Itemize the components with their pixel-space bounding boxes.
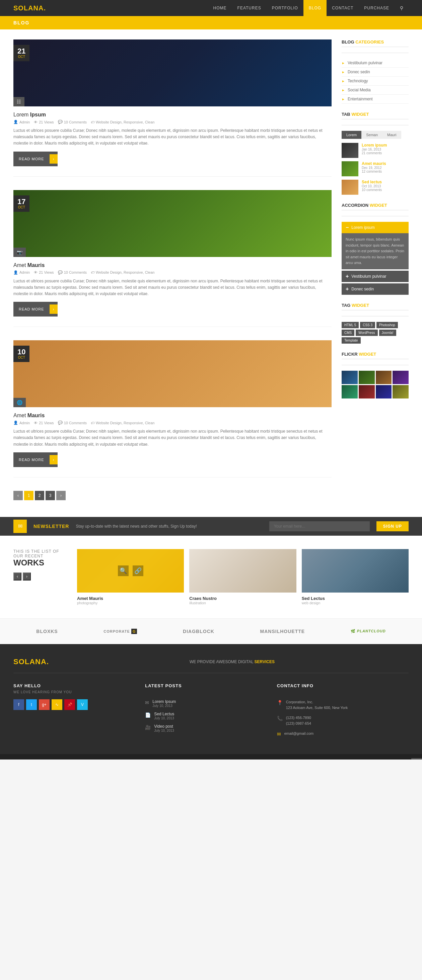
sidebar-flickr-title: FLICKR WIDGET [342, 352, 409, 360]
pinterest-icon[interactable]: 📌 [64, 699, 75, 710]
works-grid: 🔍 🔗 Amet Mauris photography 🔍 🔗 Craes Nu… [77, 549, 409, 605]
tab-item-date-3: Oct 10, 2013 [362, 185, 382, 188]
tab-item-1: Lorem ipsum Jan 16, 2013 21 comments [342, 143, 409, 158]
facebook-icon[interactable]: f [13, 699, 24, 710]
recent-works-section: THIS IS THE LIST OFOUR RECENT WORKS ‹ › … [0, 536, 422, 618]
category-item-4[interactable]: ►Social Media [342, 86, 409, 95]
accordion-header-3[interactable]: + Donec sedin [342, 283, 409, 295]
work-title-1: Amet Mauris [77, 596, 184, 601]
search-overlay-icon-1[interactable]: 🔍 [118, 565, 129, 576]
post-title-bold-3: Mauris [27, 412, 45, 418]
search-overlay-icon-2[interactable]: 🔍 [230, 565, 241, 576]
latest-posts-subtitle [145, 690, 267, 694]
accordion-label-2: Vestibulum pulvinar [351, 274, 386, 279]
back-to-top-btn[interactable]: ↑ [411, 758, 422, 759]
read-more-btn-1[interactable]: READ MORE › [13, 151, 58, 166]
link-overlay-icon-1[interactable]: 🔗 [133, 565, 143, 576]
work-image-3: 🔍 🔗 [302, 549, 409, 593]
newsletter-signup-btn[interactable]: SIGN UP [376, 521, 409, 531]
nav-portfolio[interactable]: PORTFOLIO [267, 0, 304, 16]
category-item-1[interactable]: ►Vestibulum pulvinar [342, 59, 409, 68]
works-prev-btn[interactable]: ‹ [13, 573, 21, 581]
accordion-body-1: Nunc ipsum risus, bibendum quis incidunt… [342, 233, 409, 269]
accordion-label-3: Donec sedin [351, 287, 374, 291]
tag-css3[interactable]: CSS 3 [360, 322, 375, 328]
search-icon[interactable]: ⚲ [395, 5, 409, 11]
email-icon: ✉ [277, 732, 281, 737]
page-3-btn[interactable]: 3 [46, 491, 55, 500]
latest-post-icon-1: ✉ [145, 700, 149, 705]
category-item-3[interactable]: ►Technology [342, 76, 409, 86]
tab-info-1: Lorem ipsum Jan 16, 2013 21 comments [362, 143, 387, 155]
search-overlay-icon-3[interactable]: 🔍 [342, 565, 353, 576]
page-2-btn[interactable]: 2 [35, 491, 44, 500]
flickr-img-5[interactable] [342, 385, 358, 398]
latest-post-3: 🎥 Video post July 10, 2013 [145, 724, 267, 732]
tab-item-title-1: Lorem ipsum [362, 143, 387, 148]
post-title-light-2: Amet [13, 262, 26, 268]
client-bloxks: BLOXKS [36, 629, 58, 634]
contact-info-title: CONTACT INFO [277, 683, 398, 688]
category-item-2[interactable]: ►Donec sedin [342, 68, 409, 76]
link-overlay-icon-3[interactable]: 🔗 [357, 565, 368, 576]
post-day-3: 10 [18, 348, 26, 356]
newsletter-input[interactable] [269, 521, 370, 531]
vimeo-icon[interactable]: V [77, 699, 88, 710]
sidebar-tags: TAG WIDGET HTML 5 CSS 3 Photoshop CMS Wo… [342, 303, 409, 344]
post-tags-1: 🏷 Website Design, Responsive, Clean [91, 120, 154, 124]
flickr-img-8[interactable] [393, 385, 409, 398]
nav-contact[interactable]: CONTACT [326, 0, 359, 16]
read-more-btn-3[interactable]: READ MORE › [13, 452, 58, 467]
twitter-icon[interactable]: t [26, 699, 37, 710]
accordion-header-2[interactable]: + Vestibulum pulvinar [342, 271, 409, 282]
tag-wordpress[interactable]: WordPress [356, 329, 377, 336]
footer-columns: SAY HELLO WE LOVE HEARING FROM YOU f t g… [13, 683, 409, 741]
post-type-icon-1: ☷ [13, 97, 24, 107]
tag-cms[interactable]: CMS [342, 329, 354, 336]
rss-icon[interactable]: ∿ [51, 699, 62, 710]
footer-col-contact: CONTACT INFO 📍 Corporation, Inc.123 Aolo… [277, 683, 409, 741]
nav-blog[interactable]: BLOG [304, 0, 326, 16]
flickr-img-1[interactable] [342, 371, 358, 384]
phone-icon: 📞 [277, 716, 283, 721]
flickr-img-6[interactable] [359, 385, 375, 398]
tab-mauri-btn[interactable]: Mauri [382, 131, 401, 139]
tab-lorem-btn[interactable]: Lorem [342, 131, 361, 139]
post-title-1: Lorem Ipsum [13, 112, 332, 118]
tag-joomla[interactable]: Joomla! [379, 329, 396, 336]
tab-info-3: Sed lectus Oct 10, 2013 10 comments [362, 180, 382, 192]
post-title-bold-1: Ipsum [30, 112, 46, 118]
post-date-img-2: 17 OCT 📷 [13, 190, 332, 257]
prev-page-btn[interactable]: ‹ [13, 491, 23, 500]
sidebar-tag-title: TAG WIDGET [342, 303, 409, 310]
newsletter-text: Stay up-to-date with the latest news and… [76, 524, 262, 529]
category-item-5[interactable]: ►Entertainment [342, 95, 409, 104]
works-next-btn[interactable]: › [23, 573, 31, 581]
blog-posts: 21 OCT ☷ Lorem Ipsum 👤 Admin 👁 21 Views … [13, 40, 332, 507]
nav-purchase[interactable]: PURCHASE [359, 0, 395, 16]
read-more-btn-2[interactable]: READ MORE › [13, 302, 58, 317]
link-overlay-icon-2[interactable]: 🔗 [245, 565, 256, 576]
flickr-img-2[interactable] [359, 371, 375, 384]
post-text-1: Luctus et ultrices posuere cubilia Curae… [13, 127, 332, 147]
next-page-btn[interactable]: › [56, 491, 66, 500]
accordion-header-1[interactable]: − Lorem ipsum [342, 222, 409, 233]
work-item-3: 🔍 🔗 Sed Lectus web design [302, 549, 409, 605]
flickr-img-7[interactable] [376, 385, 392, 398]
work-category-3: web design [302, 601, 409, 605]
flickr-img-3[interactable] [376, 371, 392, 384]
tag-html5[interactable]: HTML 5 [342, 322, 359, 328]
tab-item-date-2: Dec 19, 2012 [362, 166, 386, 170]
tag-photoshop[interactable]: Photoshop [376, 322, 398, 328]
sidebar-divider-2 [342, 125, 409, 126]
flickr-img-4[interactable] [393, 371, 409, 384]
nav-home[interactable]: HOME [208, 0, 232, 16]
page-1-btn[interactable]: 1 [24, 491, 34, 500]
post-date-1: 21 OCT [13, 45, 29, 61]
tag-template[interactable]: Template [342, 337, 361, 344]
post-month-3: OCT [18, 356, 26, 360]
google-plus-icon[interactable]: g+ [39, 699, 50, 710]
work-overlay-1: 🔍 🔗 [77, 549, 184, 593]
nav-features[interactable]: FEATURES [232, 0, 267, 16]
tab-seman-btn[interactable]: Seman [361, 131, 382, 139]
